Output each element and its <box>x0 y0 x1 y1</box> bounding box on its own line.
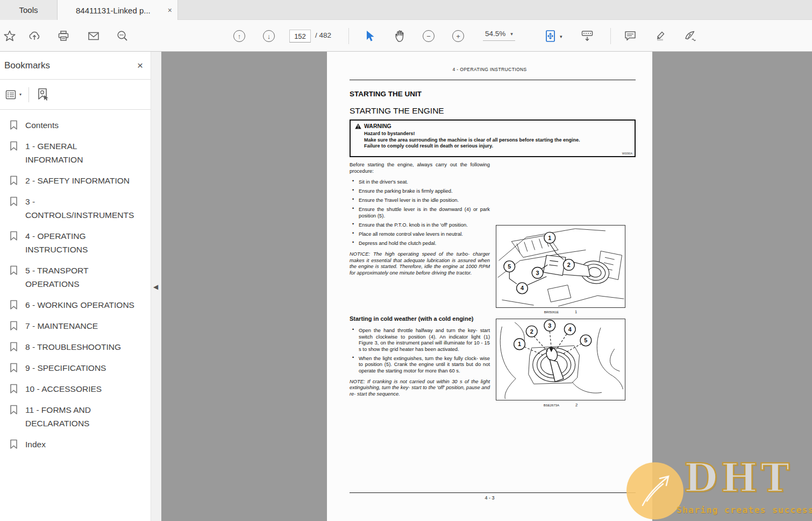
highlight-button[interactable] <box>652 27 669 45</box>
bookmark-icon <box>10 340 18 354</box>
bookmark-options-button[interactable]: ▾ <box>5 89 22 100</box>
document-canvas[interactable]: 4 - OPERATING INSTRUCTIONS STARTING THE … <box>161 52 812 521</box>
header-rule <box>350 80 636 80</box>
page-fit-button[interactable] <box>542 27 559 45</box>
svg-text:2: 2 <box>567 262 571 268</box>
figure-1-console-lever: 1 2 3 4 5 <box>496 225 625 308</box>
page-count-label: / 482 <box>315 31 331 39</box>
next-page-button[interactable]: ↓ <box>260 27 277 45</box>
hand-tool-button[interactable] <box>391 27 408 45</box>
find-current-bookmark-button[interactable] <box>36 88 50 102</box>
bookmark-icon <box>10 361 18 375</box>
zoom-in-button[interactable]: + <box>450 27 467 45</box>
signature-pen-icon <box>683 30 697 43</box>
bookmark-item-maintenance[interactable]: 7 - MAINTENANCE <box>10 319 146 333</box>
bookmark-item-safety-information[interactable]: 2 - SAFETY INFORMATION <box>10 174 146 187</box>
warning-triangle-icon <box>355 123 361 129</box>
print-button[interactable] <box>55 27 72 45</box>
chevron-down-icon[interactable]: ▾ <box>560 34 562 39</box>
cold-weather-heading: Starting in cold weather (with a cold en… <box>350 315 473 322</box>
zoom-level-dropdown[interactable]: 54.5% ▾ <box>483 30 515 41</box>
search-button[interactable] <box>114 27 131 45</box>
main-toolbar: ↑ ↓ / 482 − + 54.5% ▾ ▾ <box>0 20 812 52</box>
acrobat-window: Tools 84411131-Linked p... × <box>0 0 812 521</box>
share-button[interactable] <box>26 27 43 45</box>
watermark-tagline: Sharing creates success <box>676 505 812 515</box>
section-title: STARTING THE UNIT <box>350 90 422 98</box>
procedure-step: Ensure that the P.T.O. knob is in the 'o… <box>350 222 490 228</box>
svg-text:4: 4 <box>521 285 524 291</box>
select-tool-button[interactable] <box>361 27 379 45</box>
svg-text:5: 5 <box>584 337 587 343</box>
figure-1-caption: BRI5061E 1 <box>496 309 625 314</box>
warning-code: W0090A <box>622 152 632 155</box>
svg-text:3: 3 <box>536 270 539 276</box>
bookmark-item-contents[interactable]: Contents <box>10 118 146 132</box>
svg-text:1: 1 <box>518 341 521 347</box>
bookmark-icon <box>10 438 18 451</box>
note-paragraph: NOTE: If cranking is not carried out wit… <box>350 378 490 397</box>
tab-bar: Tools 84411131-Linked p... × <box>0 0 812 20</box>
intro-paragraph: Before starting the engine, always carry… <box>350 161 490 174</box>
bookmark-item-operating-instructions[interactable]: 4 - OPERATINGINSTRUCTIONS <box>10 229 146 256</box>
previous-page-button[interactable]: ↑ <box>231 27 248 45</box>
figure2-illustration: 1 2 3 4 5 <box>496 319 625 400</box>
hide-toolbar-button[interactable] <box>579 27 596 45</box>
star-icon <box>4 30 16 42</box>
warning-line: Failure to comply could result in death … <box>364 143 630 150</box>
close-panel-icon[interactable]: × <box>137 60 143 72</box>
bookmark-item-working-operations[interactable]: 6 - WORKING OPERATIONS <box>10 298 146 312</box>
hand-icon <box>394 30 405 43</box>
panel-collapse-strip[interactable]: ◀ <box>151 52 161 521</box>
bookmark-item-accessories[interactable]: 10 - ACCESSORIES <box>10 382 146 396</box>
collapse-toolbar-icon <box>581 30 594 43</box>
bookmark-item-forms-declarations[interactable]: 11 - FORMS ANDDECLARATIONS <box>10 403 146 430</box>
procedure-step: Ensure the Travel lever is in the idle p… <box>350 197 490 203</box>
bookmark-icon <box>10 403 18 430</box>
cold-weather-column: Open the hand throttle halfway and turn … <box>350 327 490 397</box>
chevron-down-icon: ▾ <box>510 31 513 37</box>
envelope-icon <box>87 30 100 43</box>
warning-line: Hazard to bystanders! <box>364 131 630 137</box>
cursor-arrow-icon <box>365 30 375 42</box>
tab-tools[interactable]: Tools <box>0 0 58 20</box>
plus-icon: + <box>452 30 464 42</box>
bookmark-item-specifications[interactable]: 9 - SPECIFICATIONS <box>10 361 146 375</box>
fill-sign-button[interactable] <box>682 27 699 45</box>
toolbar-divider <box>610 28 611 44</box>
bookmark-icon <box>10 382 18 396</box>
collapse-panel-icon[interactable]: ◀ <box>153 283 158 291</box>
email-button[interactable] <box>85 27 102 45</box>
tab-document[interactable]: 84411131-Linked p... × <box>58 0 178 20</box>
subsection-title: STARTING THE ENGINE <box>350 106 444 116</box>
watermark-logo-circle <box>626 462 683 519</box>
pdf-page: 4 - OPERATING INSTRUCTIONS STARTING THE … <box>327 52 652 521</box>
procedure-column: Before starting the engine, always carry… <box>350 161 490 276</box>
bookmark-item-general-information[interactable]: 1 - GENERALINFORMATION <box>10 139 146 166</box>
comment-button[interactable] <box>622 27 639 45</box>
cold-step: Open the hand throttle halfway and turn … <box>350 327 490 352</box>
bookmarks-title: Bookmarks <box>4 60 137 71</box>
close-tab-icon[interactable]: × <box>168 6 172 15</box>
bookmarks-panel: Bookmarks × ▾ <box>0 52 151 521</box>
bookmark-item-troubleshooting[interactable]: 8 - TROUBLESHOOTING <box>10 340 146 354</box>
bookmark-item-index[interactable]: Index <box>10 438 146 451</box>
bookmark-item-transport-operations[interactable]: 5 - TRANSPORTOPERATIONS <box>10 264 146 291</box>
chevron-down-icon: ▾ <box>19 92 22 97</box>
zoom-out-button[interactable]: − <box>420 27 437 45</box>
procedure-step: Ensure the shuttle lever is in the downw… <box>350 206 490 219</box>
bookmark-item-controls-instruments[interactable]: 3 -CONTROLS/INSTRUMENTS <box>10 195 146 222</box>
page-number-input[interactable] <box>289 30 311 43</box>
printer-icon <box>57 30 70 43</box>
bookmark-icon <box>10 319 18 333</box>
bookmark-icon <box>10 298 18 312</box>
bookmark-icon <box>10 264 18 291</box>
procedure-step: Ensure the parking brake is firmly appli… <box>350 188 490 194</box>
figure1-illustration: 1 2 3 4 5 <box>496 226 625 307</box>
svg-text:3: 3 <box>548 322 551 329</box>
cloud-upload-icon <box>28 30 41 43</box>
divider <box>29 87 29 102</box>
favorites-button[interactable] <box>1 27 18 45</box>
comment-bubble-icon <box>624 30 637 43</box>
footer-rule <box>350 492 636 493</box>
